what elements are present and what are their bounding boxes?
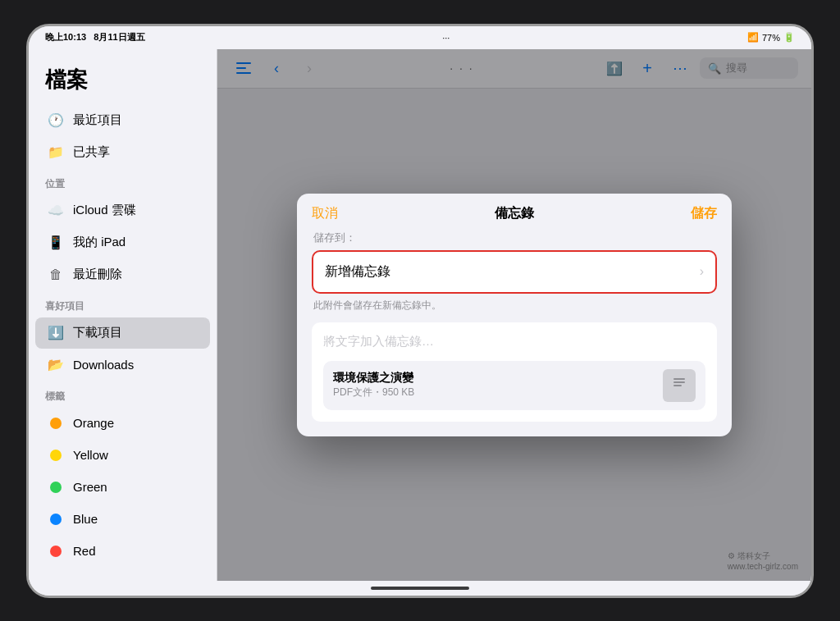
device-frame: 晚上10:13 8月11日週五 ··· 📶 77% 🔋 檔案 🕐 最近項目 📁 <box>26 24 814 598</box>
tag-dot-green <box>47 478 65 496</box>
svg-rect-4 <box>673 378 685 380</box>
svg-rect-6 <box>673 385 682 386</box>
main-content: ‹ › · · · ⬆️ + ⋯ 🔍 搜尋 取消 <box>217 49 811 581</box>
time-display: 晚上10:13 <box>45 32 86 42</box>
download-icon: ⬇️ <box>47 324 65 342</box>
tag-orange-label: Orange <box>73 416 114 430</box>
shared-icon: 📁 <box>47 144 65 162</box>
sidebar-tag-red[interactable]: Red <box>35 536 210 567</box>
app-title: 檔案 <box>29 59 217 104</box>
sidebar-item-downloads-folder[interactable]: 📂 Downloads <box>35 349 210 381</box>
sidebar: 檔案 🕐 最近項目 📁 已共享 位置 ☁️ iCloud 雲碟 📱 我的 iPa… <box>29 49 217 581</box>
save-to-label: 儲存到： <box>312 231 717 245</box>
shared-label: 已共享 <box>73 144 110 160</box>
status-dots: ··· <box>442 33 450 43</box>
battery-icon: 🔋 <box>783 32 795 43</box>
home-indicator <box>29 581 811 596</box>
tag-green-label: Green <box>73 480 107 494</box>
tag-dot-red <box>47 542 65 560</box>
memo-modal: 取消 備忘錄 儲存 儲存到： 新增備忘錄 › 此附件會儲存在新備忘錄中。 <box>297 194 732 436</box>
sidebar-tag-orange[interactable]: Orange <box>35 408 210 439</box>
folder-icon: 📂 <box>47 356 65 374</box>
downloads-folder-label: Downloads <box>73 358 134 372</box>
sidebar-tag-yellow[interactable]: Yellow <box>35 440 210 471</box>
status-time: 晚上10:13 8月11日週五 <box>45 31 145 43</box>
memo-text-area[interactable]: 將文字加入備忘錄… 環境保護之演變 PDF文件・950 KB <box>312 322 717 422</box>
attachment-meta: PDF文件・950 KB <box>333 386 653 400</box>
svg-rect-5 <box>673 381 685 383</box>
modal-overlay: 取消 備忘錄 儲存 儲存到： 新增備忘錄 › 此附件會儲存在新備忘錄中。 <box>217 49 811 581</box>
section-favorites: 喜好項目 <box>29 291 217 317</box>
section-location: 位置 <box>29 169 217 194</box>
ipad-icon: 📱 <box>47 234 65 252</box>
memo-hint: 此附件會儲存在新備忘錄中。 <box>312 299 717 313</box>
sidebar-item-icloud[interactable]: ☁️ iCloud 雲碟 <box>35 195 210 226</box>
new-memo-row[interactable]: 新增備忘錄 › <box>312 250 717 294</box>
attachment-thumbnail <box>663 369 696 402</box>
save-button[interactable]: 儲存 <box>691 205 717 222</box>
sidebar-item-shared[interactable]: 📁 已共享 <box>35 137 210 168</box>
trash-icon: 🗑 <box>47 266 65 284</box>
wifi-icon: 📶 <box>747 32 759 43</box>
sidebar-tag-green[interactable]: Green <box>35 472 210 503</box>
tag-blue-label: Blue <box>73 512 98 526</box>
tag-yellow-label: Yellow <box>73 448 108 462</box>
section-tags: 標籤 <box>29 381 217 407</box>
sidebar-item-myipad[interactable]: 📱 我的 iPad <box>35 227 210 258</box>
sidebar-item-recents[interactable]: 🕐 最近項目 <box>35 105 210 136</box>
status-right: 📶 77% 🔋 <box>747 32 795 43</box>
downloads-active-label: 下載項目 <box>73 325 122 340</box>
memo-text-placeholder: 將文字加入備忘錄… <box>323 334 705 349</box>
attachment-info: 環境保護之演變 PDF文件・950 KB <box>333 371 653 400</box>
trash-label: 最近刪除 <box>73 267 122 282</box>
battery-label: 77% <box>762 33 780 43</box>
recents-label: 最近項目 <box>73 112 122 128</box>
tag-dot-orange <box>47 414 65 432</box>
sidebar-item-downloads-active[interactable]: ⬇️ 下載項目 <box>35 317 210 349</box>
app-container: 檔案 🕐 最近項目 📁 已共享 位置 ☁️ iCloud 雲碟 📱 我的 iPa… <box>29 49 811 581</box>
icloud-icon: ☁️ <box>47 202 65 220</box>
status-center: ··· <box>442 33 450 43</box>
new-memo-text: 新增備忘錄 <box>325 263 390 281</box>
tag-red-label: Red <box>73 544 96 558</box>
modal-body: 儲存到： 新增備忘錄 › 此附件會儲存在新備忘錄中。 將文字加入備忘錄… <box>297 231 732 436</box>
chevron-right-icon: › <box>700 264 704 279</box>
modal-header: 取消 備忘錄 儲存 <box>297 194 732 231</box>
attachment-card: 環境保護之演變 PDF文件・950 KB <box>323 361 705 410</box>
home-bar <box>371 587 469 590</box>
status-bar: 晚上10:13 8月11日週五 ··· 📶 77% 🔋 <box>29 26 811 49</box>
sidebar-item-trash[interactable]: 🗑 最近刪除 <box>35 259 210 290</box>
myipad-label: 我的 iPad <box>73 235 126 250</box>
sidebar-tag-blue[interactable]: Blue <box>35 504 210 535</box>
date-display: 8月11日週五 <box>94 32 144 42</box>
clock-icon: 🕐 <box>47 112 65 130</box>
tag-dot-blue <box>47 510 65 528</box>
tag-dot-yellow <box>47 446 65 464</box>
modal-title: 備忘錄 <box>495 205 534 222</box>
attachment-name: 環境保護之演變 <box>333 371 653 386</box>
cancel-button[interactable]: 取消 <box>312 205 338 222</box>
icloud-label: iCloud 雲碟 <box>73 203 136 218</box>
